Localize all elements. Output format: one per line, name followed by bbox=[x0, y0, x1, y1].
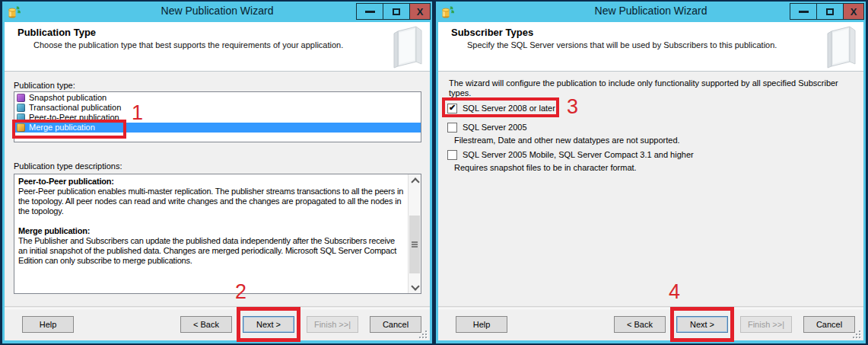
finish-button[interactable]: Finish >>| bbox=[740, 316, 792, 333]
check-icon: ✔ bbox=[449, 104, 456, 112]
checkbox-note: Requires snapshot files to be in charact… bbox=[454, 163, 637, 172]
wizard-header: Subscriber Types Specify the SQL Server … bbox=[438, 22, 863, 72]
page-subtitle: Choose the publication type that best su… bbox=[33, 40, 343, 50]
help-button[interactable]: Help bbox=[456, 316, 507, 333]
description-heading: Merge publication: bbox=[18, 226, 404, 236]
checkbox-unchecked-icon bbox=[447, 150, 457, 160]
cancel-button[interactable]: Cancel bbox=[803, 316, 855, 333]
merge-publication-icon bbox=[17, 123, 25, 132]
maximize-icon bbox=[826, 8, 834, 15]
description-text: Peer-to-Peer publication: Peer-Peer publ… bbox=[14, 174, 408, 293]
minimize-button[interactable] bbox=[356, 3, 383, 20]
scrollbar-thumb[interactable] bbox=[409, 216, 420, 273]
publication-description-box: Peer-to-Peer publication: Peer-Peer publ… bbox=[14, 174, 421, 294]
close-button[interactable]: X bbox=[409, 3, 431, 20]
button-separator bbox=[5, 306, 430, 309]
list-item-label: Snapshot publication bbox=[29, 93, 107, 103]
dialog-body: The wizard will configure the publicatio… bbox=[438, 72, 863, 340]
minimize-icon bbox=[365, 11, 375, 13]
next-button[interactable]: Next > bbox=[676, 316, 728, 333]
minimize-button[interactable] bbox=[790, 3, 817, 20]
checkbox-label: SQL Server 2005 Mobile, SQL Server Compa… bbox=[463, 150, 694, 159]
checkbox-checked-icon: ✔ bbox=[447, 104, 457, 113]
scroll-up-button[interactable] bbox=[409, 174, 421, 187]
thumb-grip-icon bbox=[412, 241, 418, 243]
resize-grip[interactable] bbox=[851, 329, 860, 338]
checkbox-note: Filestream, Date and other new datatypes… bbox=[454, 136, 680, 145]
maximize-icon bbox=[393, 8, 400, 15]
help-button[interactable]: Help bbox=[22, 316, 74, 333]
checkbox-sql-2008[interactable]: ✔ SQL Server 2008 or later bbox=[447, 103, 555, 113]
checkbox-unchecked-icon bbox=[447, 123, 457, 133]
description-scrollbar bbox=[408, 174, 421, 293]
description-heading: Peer-to-Peer publication: bbox=[18, 177, 404, 187]
next-button[interactable]: Next > bbox=[243, 316, 294, 333]
wizard-header: Publication Type Choose the publication … bbox=[5, 22, 430, 72]
page-subtitle: Specify the SQL Server versions that wil… bbox=[467, 40, 777, 50]
checkbox-label: SQL Server 2005 bbox=[463, 123, 527, 132]
list-item-merge-selected[interactable]: Merge publication bbox=[14, 123, 421, 133]
close-icon: X bbox=[851, 7, 857, 17]
chevron-up-icon bbox=[411, 177, 419, 186]
scroll-down-button[interactable] bbox=[409, 281, 421, 293]
publication-type-dialog: New Publication Wizard X Publication Typ… bbox=[2, 1, 433, 344]
description-body: Peer-Peer publication enables multi-mast… bbox=[18, 187, 404, 216]
publication-type-label: Publication type: bbox=[14, 81, 75, 90]
annotation-number-3: 3 bbox=[567, 97, 578, 117]
description-body: The Publisher and Subscribers can update… bbox=[18, 236, 404, 266]
subscriber-types-dialog: New Publication Wizard X Subscriber Type… bbox=[435, 1, 866, 344]
list-item-label: Transactional publication bbox=[29, 103, 121, 113]
maximize-button[interactable] bbox=[383, 3, 410, 20]
dialog-body: Publication type: Snapshot publication T… bbox=[5, 72, 430, 340]
publication-type-listbox[interactable]: Snapshot publication Transactional publi… bbox=[14, 91, 421, 142]
list-item-peer-to-peer[interactable]: Peer-to-Peer publication bbox=[14, 113, 421, 123]
list-item-snapshot[interactable]: Snapshot publication bbox=[14, 93, 421, 103]
chevron-down-icon bbox=[411, 282, 419, 290]
checkbox-sql-2005[interactable]: SQL Server 2005 bbox=[447, 122, 527, 133]
wizard-book-icon bbox=[381, 24, 428, 69]
title-bar[interactable]: New Publication Wizard X bbox=[2, 1, 433, 22]
button-separator bbox=[438, 306, 863, 309]
close-icon: X bbox=[417, 7, 424, 17]
finish-button[interactable]: Finish >>| bbox=[307, 316, 358, 333]
page-title: Publication Type bbox=[17, 27, 96, 38]
back-button[interactable]: < Back bbox=[614, 316, 666, 333]
cancel-button[interactable]: Cancel bbox=[370, 316, 421, 333]
checkbox-label: SQL Server 2008 or later bbox=[463, 104, 555, 113]
resize-grip[interactable] bbox=[418, 329, 427, 338]
checkbox-sql-2005-mobile[interactable]: SQL Server 2005 Mobile, SQL Server Compa… bbox=[447, 149, 694, 160]
list-item-label: Merge publication bbox=[29, 123, 95, 133]
list-item-label: Peer-to-Peer publication bbox=[29, 113, 119, 123]
snapshot-publication-icon bbox=[17, 94, 25, 102]
maximize-button[interactable] bbox=[816, 3, 844, 20]
minimize-icon bbox=[799, 11, 809, 13]
peer-to-peer-publication-icon bbox=[17, 113, 25, 122]
back-button[interactable]: < Back bbox=[180, 316, 232, 333]
list-item-transactional[interactable]: Transactional publication bbox=[14, 103, 421, 113]
page-title: Subscriber Types bbox=[451, 27, 533, 38]
annotation-number-4: 4 bbox=[669, 282, 680, 302]
close-button[interactable]: X bbox=[843, 3, 864, 20]
intro-text: The wizard will configure the publicatio… bbox=[449, 78, 838, 98]
wizard-book-icon bbox=[815, 24, 862, 69]
transactional-publication-icon bbox=[17, 104, 25, 112]
title-bar[interactable]: New Publication Wizard X bbox=[435, 1, 866, 22]
descriptions-label: Publication type descriptions: bbox=[14, 161, 122, 171]
